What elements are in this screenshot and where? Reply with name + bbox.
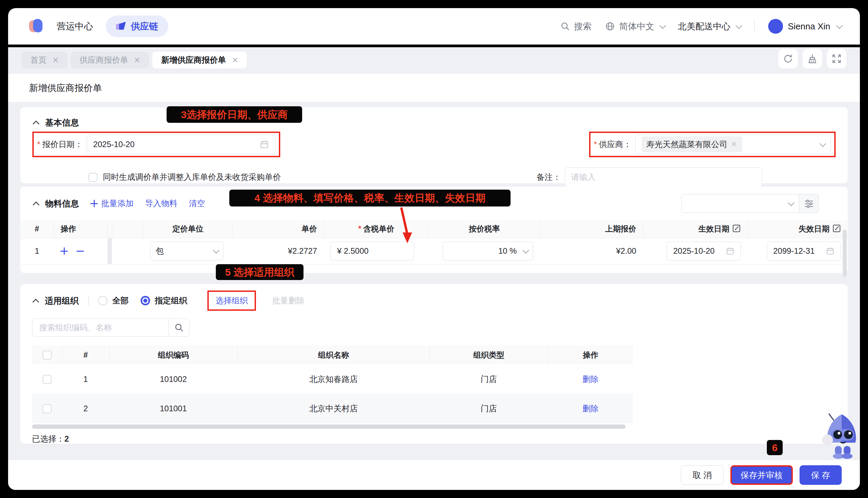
search-icon bbox=[174, 323, 184, 332]
refresh-button[interactable] bbox=[778, 49, 798, 68]
broom-icon bbox=[807, 53, 818, 64]
save-button[interactable]: 保 存 bbox=[800, 465, 842, 485]
robot-mascot[interactable] bbox=[822, 411, 860, 462]
batch-add-button[interactable]: 批量添加 bbox=[90, 198, 134, 209]
app-logo-icon bbox=[29, 19, 44, 34]
save-and-audit-button[interactable]: 保存并审核 bbox=[731, 465, 793, 485]
col-index: # bbox=[20, 220, 54, 238]
fullscreen-icon bbox=[831, 54, 842, 64]
batch-delete-button[interactable]: 批量删除 bbox=[272, 295, 305, 306]
org-name: 北京中关村店 bbox=[237, 394, 430, 423]
radio-specified-orgs[interactable]: 指定组织 bbox=[141, 295, 187, 306]
row-checkbox[interactable] bbox=[42, 375, 52, 384]
pricing-unit-select[interactable]: 包 bbox=[150, 241, 224, 261]
tab-label: 首页 bbox=[30, 55, 46, 65]
org-switcher[interactable]: 北美配送中心 bbox=[678, 21, 740, 32]
end-date-input[interactable]: 2099-12-31 bbox=[767, 241, 841, 261]
edit-icon[interactable] bbox=[832, 224, 841, 233]
org-row: 1 101002 北京知春路店 门店 删除 bbox=[32, 364, 633, 394]
radio-icon bbox=[98, 296, 108, 305]
org-search-input[interactable] bbox=[39, 323, 162, 332]
supplier-select[interactable]: 寿光天然蔬菜有限公司 bbox=[635, 135, 831, 154]
org-search-input-wrap bbox=[32, 318, 169, 337]
clear-cache-button[interactable] bbox=[803, 49, 822, 68]
radio-selected-icon bbox=[141, 296, 150, 305]
col-org-name: 组织名称 bbox=[237, 345, 430, 364]
col-org-type: 组织类型 bbox=[430, 345, 548, 364]
app-window: 营运中心 供应链 搜索 简体中文 北美配送中心 Si bbox=[8, 8, 860, 490]
materials-filter-select[interactable] bbox=[681, 194, 799, 213]
global-search-button[interactable]: 搜索 bbox=[560, 21, 591, 32]
user-menu[interactable]: Sienna Xin bbox=[768, 19, 841, 34]
delete-org-button[interactable]: 删除 bbox=[583, 404, 599, 413]
orgs-header-row: # 组织编码 组织名称 组织类型 操作 bbox=[32, 345, 633, 364]
import-materials-button[interactable]: 导入物料 bbox=[145, 198, 177, 209]
start-date-input[interactable]: 2025-10-20 bbox=[667, 241, 741, 261]
row-checkbox-cell bbox=[32, 394, 62, 423]
tab-home[interactable]: 首页 bbox=[22, 52, 67, 68]
blank-cell bbox=[112, 238, 143, 264]
add-row-icon[interactable] bbox=[61, 247, 68, 255]
delete-org-button[interactable]: 删除 bbox=[583, 375, 599, 384]
radio-specified-label: 指定组织 bbox=[155, 295, 187, 306]
quote-date-input[interactable]: 2025-10-20 bbox=[87, 135, 276, 154]
generate-adjustment-checkbox[interactable] bbox=[88, 173, 97, 182]
vertical-scrollbar[interactable] bbox=[843, 230, 847, 277]
close-icon[interactable] bbox=[134, 57, 140, 63]
row-index: 1 bbox=[20, 238, 54, 264]
search-label: 搜索 bbox=[574, 21, 591, 32]
org-search-button[interactable] bbox=[169, 318, 189, 337]
page-header: 新增供应商报价单 bbox=[8, 74, 860, 102]
collapse-chevron-icon[interactable] bbox=[32, 120, 40, 125]
cancel-button[interactable]: 取 消 bbox=[681, 465, 724, 485]
import-materials-label: 导入物料 bbox=[145, 198, 177, 209]
collapse-chevron-icon[interactable] bbox=[32, 298, 39, 303]
row-checkbox-cell bbox=[32, 364, 62, 394]
annotation-step4: 4 选择物料、填写价格、税率、生效日期、失效日期 bbox=[229, 189, 510, 207]
calendar-icon bbox=[726, 247, 734, 255]
topbar: 营运中心 供应链 搜索 简体中文 北美配送中心 Si bbox=[8, 8, 860, 44]
tab-new-supplier-quote[interactable]: 新增供应商报价单 bbox=[152, 52, 247, 68]
horizontal-scrollbar[interactable] bbox=[32, 424, 626, 429]
module-pill-supply-chain[interactable]: 供应链 bbox=[106, 15, 168, 37]
select-all-checkbox[interactable] bbox=[42, 351, 52, 360]
edit-icon[interactable] bbox=[732, 224, 741, 233]
col-actions: 操作 bbox=[548, 345, 633, 364]
plus-icon bbox=[90, 200, 98, 207]
supplier-tag-text: 寿光天然蔬菜有限公司 bbox=[646, 139, 727, 150]
remark-input[interactable] bbox=[571, 172, 756, 182]
last-quote-cell: ¥2.00 bbox=[540, 238, 643, 264]
tax-price-input[interactable]: ¥ 2.5000 bbox=[331, 241, 414, 261]
remove-tag-icon[interactable] bbox=[732, 141, 737, 147]
fullscreen-button[interactable] bbox=[827, 49, 846, 68]
language-switcher[interactable]: 简体中文 bbox=[605, 21, 664, 32]
col-select-all bbox=[32, 345, 62, 364]
orgs-table: # 组织编码 组织名称 组织类型 操作 1 101002 北京知春路店 门店 bbox=[32, 345, 633, 423]
close-icon[interactable] bbox=[232, 57, 238, 63]
supplier-highlight: * 供应商： 寿光天然蔬菜有限公司 bbox=[589, 132, 836, 157]
row-checkbox[interactable] bbox=[42, 404, 52, 413]
language-label: 简体中文 bbox=[619, 21, 654, 32]
collapse-chevron-icon[interactable] bbox=[32, 201, 40, 206]
start-date-value: 2025-10-20 bbox=[673, 246, 715, 256]
radio-all-orgs[interactable]: 全部 bbox=[98, 295, 129, 306]
tab-supplier-quotes[interactable]: 供应商报价单 bbox=[71, 52, 149, 68]
chevron-down-icon bbox=[659, 22, 666, 29]
remove-row-icon[interactable] bbox=[77, 247, 84, 255]
column-settings-button[interactable] bbox=[799, 194, 819, 213]
col-last-quote: 上期报价 bbox=[540, 220, 643, 238]
col-start-date: 生效日期 bbox=[643, 220, 748, 238]
generate-adjustment-label: 同时生成调价单并调整入库单价及未收货采购单价 bbox=[103, 172, 281, 183]
annotation-step6: 6 bbox=[767, 440, 783, 455]
select-org-button[interactable]: 选择组织 bbox=[215, 295, 248, 306]
refresh-icon bbox=[783, 53, 793, 64]
col-tax-rate: 按价税率 bbox=[429, 220, 540, 238]
user-name: Sienna Xin bbox=[788, 21, 830, 32]
remark-input-wrap bbox=[565, 167, 762, 187]
tax-rate-select[interactable]: 10 % bbox=[443, 241, 533, 261]
annotation-step5: 5 选择适用组织 bbox=[216, 264, 304, 280]
clear-materials-button[interactable]: 清空 bbox=[189, 198, 205, 209]
supplier-tag: 寿光天然蔬菜有限公司 bbox=[642, 136, 742, 153]
org-type: 门店 bbox=[430, 394, 548, 423]
close-icon[interactable] bbox=[53, 57, 59, 63]
